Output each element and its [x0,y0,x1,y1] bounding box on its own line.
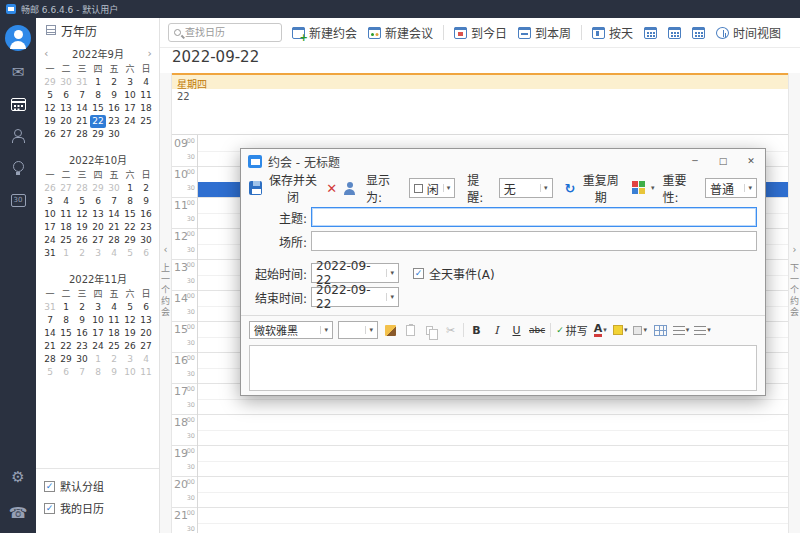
mini-day[interactable]: 21 [42,340,58,353]
mini-day[interactable]: 20 [138,327,154,340]
search-input[interactable] [185,27,271,38]
mini-day[interactable]: 17 [90,327,106,340]
mini-day[interactable]: 22 [122,221,138,234]
mini-day[interactable]: 5 [42,89,58,102]
reminder-select[interactable]: 无 ▾ [499,178,553,198]
mini-day[interactable]: 20 [90,221,106,234]
mini-day[interactable]: 13 [58,102,74,115]
mini-day[interactable]: 20 [58,115,74,128]
mini-day[interactable]: 7 [106,195,122,208]
mini-day[interactable]: 3 [90,247,106,260]
toolbar-new-meeting-button[interactable]: 新建会议 [367,22,434,43]
mini-day[interactable]: 30 [58,76,74,89]
italic-button[interactable]: I [489,322,504,338]
mini-day[interactable]: 16 [74,327,90,340]
mini-day[interactable]: 2 [106,76,122,89]
mini-day[interactable]: 2 [106,353,122,366]
time-slot[interactable] [198,492,788,508]
mini-day[interactable]: 26 [42,182,58,195]
underline-button[interactable]: U [509,322,524,338]
mini-day[interactable]: 7 [42,314,58,327]
mini-day[interactable]: 24 [90,340,106,353]
sidebar-item-tools[interactable]: ⚙ [0,463,36,491]
font-color-button[interactable]: A ▾ [593,322,608,338]
mini-day[interactable]: 23 [106,115,122,128]
delete-button[interactable]: ✕ [326,181,337,196]
time-slot[interactable] [198,399,788,415]
window-titlebar[interactable]: 畅邮 6.6.4.6 - 默认用户 [0,0,800,18]
mini-day[interactable]: 8 [122,195,138,208]
mini-day[interactable]: 15 [90,102,106,115]
toolbar-view-by-day-button[interactable]: 按天 [591,22,634,43]
toolbar-view-work-week-button[interactable] [643,25,658,41]
mini-day[interactable]: 12 [42,102,58,115]
checkbox-default-group[interactable]: ✓ [44,481,55,492]
mini-day[interactable]: 19 [74,221,90,234]
mini-day[interactable]: 19 [42,115,58,128]
mini-day[interactable]: 22 [58,340,74,353]
mini-day[interactable]: 28 [42,353,58,366]
mini-day[interactable]: 5 [122,301,138,314]
time-slot[interactable] [198,430,788,446]
mini-day[interactable]: 17 [42,221,58,234]
sidebar-item-account[interactable] [0,22,36,54]
mini-day[interactable]: 18 [106,327,122,340]
color-category-button[interactable]: ▾ [632,181,655,195]
mini-day[interactable]: 10 [42,208,58,221]
mini-day[interactable]: 6 [58,366,74,379]
mini-day[interactable]: 29 [58,353,74,366]
mini-day[interactable]: 26 [42,128,58,141]
prev-month-icon[interactable]: ‹ [44,47,48,61]
mini-day[interactable]: 29 [90,128,106,141]
time-slot[interactable] [198,523,788,533]
mini-day[interactable]: 1 [90,76,106,89]
toolbar-go-today-button[interactable]: 到今日 [453,22,508,43]
mini-day[interactable]: 7 [74,89,90,102]
font-family-select[interactable]: 微软雅黑 ▾ [249,321,333,339]
mini-day[interactable]: 6 [58,89,74,102]
mini-day[interactable]: 21 [74,115,90,128]
paste-button[interactable] [403,322,418,338]
mini-day[interactable]: 2 [74,301,90,314]
bullet-list-button[interactable]: ▾ [694,322,711,338]
checkbox-my-calendar[interactable]: ✓ [44,503,55,514]
mini-day[interactable]: 5 [42,366,58,379]
mini-day[interactable]: 3 [122,76,138,89]
previous-appointment-arrow-icon[interactable]: ‹ [164,245,168,255]
mini-day[interactable]: 4 [58,195,74,208]
insert-table-button[interactable] [653,322,668,338]
sidebar-item-notes[interactable] [0,154,36,182]
group-default[interactable]: ✓ 默认分组 [44,475,159,497]
location-field[interactable] [311,231,757,251]
mini-day[interactable]: 25 [106,340,122,353]
mini-day[interactable]: 25 [58,234,74,247]
cut-button[interactable]: ✂ [443,322,458,338]
subject-field[interactable] [311,207,757,227]
mini-day[interactable]: 30 [106,128,122,141]
mini-day[interactable]: 3 [90,301,106,314]
end-date-select[interactable]: 2022-09-22 ▾ [311,287,399,307]
next-appointment-arrow-icon[interactable]: › [793,245,797,255]
mini-day[interactable]: 14 [42,327,58,340]
mini-day[interactable]: 10 [122,89,138,102]
mini-day[interactable]: 28 [74,128,90,141]
minimize-button[interactable]: ─ [681,149,709,173]
strikethrough-button[interactable]: abc [529,322,545,338]
mini-day[interactable]: 1 [122,182,138,195]
mini-day[interactable]: 15 [122,208,138,221]
mini-day[interactable]: 27 [90,234,106,247]
mini-day[interactable]: 29 [90,182,106,195]
time-slot[interactable] [198,414,788,430]
mini-day[interactable]: 28 [106,234,122,247]
mini-day[interactable]: 31 [42,247,58,260]
mini-day[interactable]: 31 [74,76,90,89]
mini-day[interactable]: 18 [58,221,74,234]
mini-day[interactable]: 22 [90,115,106,128]
all-day-checkbox[interactable]: ✓ [413,268,424,279]
mini-day[interactable]: 24 [122,115,138,128]
dialog-titlebar[interactable]: 约会 - 无标题 ─ □ ✕ [241,149,765,173]
font-size-select[interactable]: ▾ [338,321,378,339]
mini-day[interactable]: 10 [90,314,106,327]
mini-day[interactable]: 11 [138,366,154,379]
mini-day[interactable]: 11 [138,89,154,102]
